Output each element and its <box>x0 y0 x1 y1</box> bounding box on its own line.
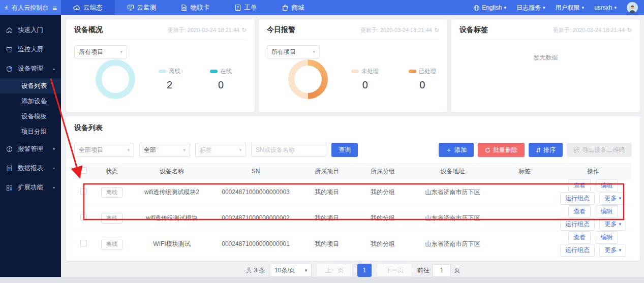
overview-project-select[interactable]: 所有项目 ▾ <box>74 45 127 58</box>
log-service-label: 日志服务 <box>516 4 541 12</box>
nav-tab-mall[interactable]: 商城 <box>269 0 317 15</box>
batch-delete-button[interactable]: 批量删除 <box>478 143 525 157</box>
next-page-button[interactable]: 下一页 <box>377 264 412 277</box>
edit-button[interactable]: 编辑 <box>596 231 618 244</box>
nav-tab-iot-card[interactable]: 物联卡 <box>168 0 222 15</box>
col-status: 状态 <box>93 163 131 179</box>
sidebar-item-quick-start[interactable]: 快速入门 <box>0 20 61 40</box>
chevron-down-icon: ▾ <box>183 148 186 152</box>
language-label: English <box>482 4 502 11</box>
chevron-down-icon: ▾ <box>504 6 507 10</box>
sidebar-item-add-device[interactable]: 添加设备 <box>0 93 61 109</box>
sidebar-item-alarm-management[interactable]: 报警管理 ▾ <box>0 139 61 159</box>
nav-tab-cloud-monitor[interactable]: 云监测 <box>115 0 169 15</box>
chevron-down-icon: ▾ <box>305 268 308 273</box>
offline-count: 2 <box>159 79 180 91</box>
col-name: 设备名称 <box>131 163 212 179</box>
select-value: 全部项目 <box>79 146 103 154</box>
username-menu[interactable]: usrsxh ▾ <box>594 4 617 11</box>
globe-icon <box>473 5 480 11</box>
device-sn: 00024871000000000001 <box>212 231 299 257</box>
export-qr-button[interactable]: 导出设备二维码 <box>567 143 632 157</box>
work-order-icon <box>234 4 241 11</box>
monitor-icon <box>127 4 134 11</box>
legend-online: 在线 0 <box>210 68 232 91</box>
chevron-down-icon: ▾ <box>619 196 621 201</box>
run-config-button[interactable]: 运行组态 <box>560 244 595 257</box>
add-device-button[interactable]: ＋添加 <box>439 143 474 157</box>
updated-timestamp: 更新于: 2020-03-24 18:21:44 ↻ <box>360 26 439 34</box>
device-project: 我的项目 <box>299 205 355 231</box>
sim-card-icon <box>180 4 188 11</box>
current-page-button[interactable]: 1 <box>357 264 372 277</box>
view-button[interactable]: 查看 <box>568 205 591 218</box>
device-overview-donut-chart <box>96 59 135 99</box>
language-switcher[interactable]: English ▾ <box>473 4 506 11</box>
run-config-button[interactable]: 运行组态 <box>560 218 595 231</box>
view-button[interactable]: 查看 <box>568 179 591 192</box>
nav-tab-cloud-config[interactable]: 云组态 <box>61 0 115 15</box>
row-checkbox[interactable] <box>80 240 87 246</box>
search-input[interactable] <box>251 143 326 157</box>
empty-data-text: 暂无数据 <box>459 40 632 62</box>
pagination: 共 3 条 10条/页 ▾ 上一页 1 下一页 前往 页 <box>74 264 632 277</box>
edit-button[interactable]: 编辑 <box>596 179 618 192</box>
logo-section[interactable]: 有人云控制台 ≡ <box>0 0 61 15</box>
sidebar-item-label: 监控大屏 <box>18 45 43 54</box>
col-group: 所属分组 <box>355 163 411 179</box>
edit-button[interactable]: 编辑 <box>596 205 618 218</box>
chevron-down-icon: ▾ <box>239 148 241 152</box>
sidebar-item-monitor-screen[interactable]: 监控大屏 <box>0 40 61 59</box>
sidebar-item-device-template[interactable]: 设备模板 <box>0 109 61 124</box>
row-checkbox[interactable] <box>80 188 87 195</box>
refresh-icon[interactable]: ↻ <box>434 26 439 34</box>
filter-status-select[interactable]: 全部 ▾ <box>139 143 190 157</box>
username-label: usrsxh <box>594 4 612 11</box>
avatar[interactable] <box>627 2 638 13</box>
sidebar-item-device-management[interactable]: 设备管理 ▴ <box>0 59 61 78</box>
refresh-icon[interactable]: ↻ <box>241 26 247 34</box>
row-checkbox[interactable] <box>80 214 87 221</box>
card-title: 今日报警 <box>267 25 295 35</box>
device-table: 状态 设备名称 SN 所属项目 所属分组 设备地址 标签 操作 离线 wifi <box>74 163 632 257</box>
log-service-menu[interactable]: 日志服务 ▾ <box>516 4 545 12</box>
device-overview-card: 设备概况 更新于: 2020-03-24 18:21:44 ↻ 所有项目 ▾ 离… <box>66 19 255 112</box>
more-button[interactable]: 更多▾ <box>599 218 626 231</box>
sort-button[interactable]: 排序 <box>529 143 563 157</box>
sidebar-item-label: 快速入门 <box>18 26 43 35</box>
legend-handled: 已处理 0 <box>409 68 437 91</box>
prev-page-button[interactable]: 上一页 <box>317 264 352 277</box>
more-button[interactable]: 更多▾ <box>599 192 626 205</box>
query-button[interactable]: 查询 <box>331 143 358 157</box>
sidebar-subitem-label: 设备列表 <box>21 82 47 89</box>
today-alarms-donut-chart <box>288 59 328 99</box>
hamburger-menu-icon[interactable]: ≡ <box>52 4 57 12</box>
more-button[interactable]: 更多▾ <box>599 244 626 257</box>
user-permission-menu[interactable]: 用户权限 ▾ <box>556 4 585 12</box>
sidebar-item-label: 数据报表 <box>18 164 43 173</box>
nav-tab-work-order[interactable]: 工单 <box>222 0 269 15</box>
page-size-select[interactable]: 10条/页 ▾ <box>270 264 312 277</box>
nav-tab-label: 物联卡 <box>191 4 210 12</box>
sidebar-item-device-list[interactable]: 设备列表 <box>0 78 61 93</box>
device-list-card: 设备列表 全部项目 ▾ 全部 ▾ 标签 ▾ 查询 <box>66 116 640 261</box>
report-doc-icon <box>6 165 13 172</box>
user-permission-label: 用户权限 <box>556 4 580 12</box>
sidebar-item-project-group[interactable]: 项目分组 <box>0 124 61 139</box>
status-badge: 离线 <box>101 213 122 224</box>
table-header-row: 状态 设备名称 SN 所属项目 所属分组 设备地址 标签 操作 <box>74 163 632 179</box>
handled-swatch <box>409 70 416 73</box>
goto-page-input[interactable] <box>433 264 451 277</box>
view-button[interactable]: 查看 <box>568 231 591 244</box>
device-name: wifi透传组测试模块2 <box>131 179 212 205</box>
avatar-person-icon <box>628 4 637 13</box>
sidebar-item-extensions[interactable]: 扩展功能 ▾ <box>0 178 61 197</box>
filter-project-select[interactable]: 全部项目 ▾ <box>74 143 134 157</box>
select-all-checkbox[interactable] <box>80 167 87 174</box>
filter-tag-select[interactable]: 标签 ▾ <box>195 143 246 157</box>
sidebar-item-data-report[interactable]: 数据报表 ▾ <box>0 159 61 178</box>
refresh-icon[interactable]: ↻ <box>627 26 632 34</box>
alarm-project-select[interactable]: 所有项目 ▾ <box>267 45 320 58</box>
bottom-strip <box>0 277 644 283</box>
run-config-button[interactable]: 运行组态 <box>560 192 595 205</box>
